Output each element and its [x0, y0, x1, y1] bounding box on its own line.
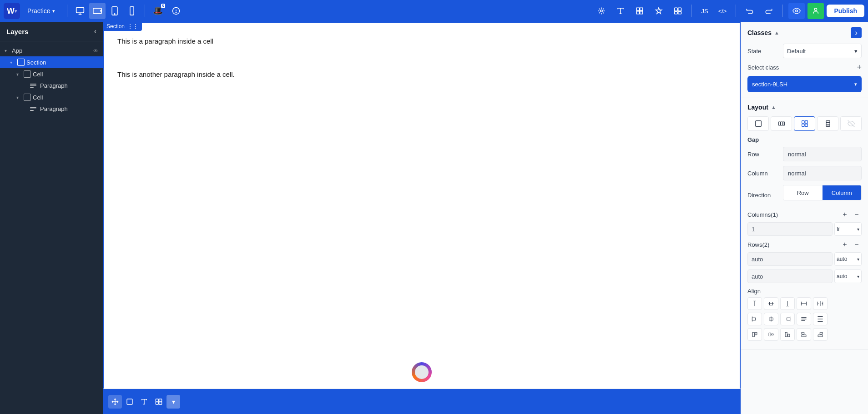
rows-add-btn[interactable]: + [840, 239, 850, 249]
move-tool-btn[interactable] [108, 395, 122, 409]
chevron-down-icon: ▾ [857, 257, 859, 262]
columns-unit-select[interactable]: fr ▾ [834, 222, 862, 236]
svg-rect-70 [785, 332, 787, 337]
rows-controls: + − [840, 239, 862, 249]
auto-align-btn[interactable] [593, 3, 610, 19]
preview-btn[interactable] [788, 3, 805, 19]
component-tool-btn[interactable] [152, 395, 166, 409]
row1-val2-select[interactable]: auto ▾ [834, 252, 862, 266]
js-btn[interactable]: JS [697, 6, 712, 16]
layout-flex-col-btn[interactable] [817, 116, 838, 131]
layer-item-app[interactable]: ▾ App 👁 [0, 45, 103, 56]
select-class-row: Select class + [747, 63, 862, 72]
align-right-btn[interactable] [780, 313, 795, 325]
hat-icon-btn[interactable]: 🎩 5 [150, 3, 166, 19]
device-desktop-btn[interactable] [72, 3, 88, 19]
svg-rect-18 [640, 11, 643, 14]
align-spread-h-btn[interactable] [813, 297, 828, 310]
add-element-btn[interactable] [631, 3, 648, 19]
svg-point-24 [815, 8, 817, 10]
svg-rect-39 [805, 124, 807, 127]
classes-expand-btn[interactable]: › [851, 27, 862, 38]
rows-label: Rows(2) [747, 241, 769, 248]
align-bottom-btn[interactable] [780, 297, 795, 310]
logo-btn[interactable]: W ▾ [4, 3, 20, 19]
align-mid-grid-btn[interactable] [764, 328, 778, 341]
info-icon-btn[interactable] [168, 3, 184, 19]
layout-grid-btn[interactable] [794, 116, 815, 131]
classes-collapse-icon[interactable]: ▲ [774, 30, 779, 35]
layer-item-section[interactable]: ▾ Section [0, 56, 103, 68]
align-justify-btn[interactable] [797, 313, 811, 325]
row1-val1-input[interactable]: auto [747, 252, 833, 266]
direction-column-btn[interactable]: Column [823, 185, 862, 200]
frame-tool-btn[interactable] [123, 395, 136, 409]
device-icons [72, 3, 140, 19]
paragraph-1: This is a paragraph inside a cell [117, 36, 726, 47]
more-tool-btn[interactable]: ▾ [167, 395, 180, 409]
align-bottom-row [747, 328, 862, 341]
align-label: Align [747, 288, 862, 294]
project-name-btn[interactable]: Practice ▾ [24, 5, 59, 16]
svg-rect-30 [156, 402, 158, 404]
redo-btn[interactable] [761, 3, 777, 19]
box-icon [24, 70, 31, 78]
arrow-icon: ▾ [16, 95, 22, 100]
user-avatar-btn[interactable] [807, 3, 824, 19]
layout-hidden-btn[interactable] [840, 116, 862, 131]
align-top-btn[interactable] [747, 297, 762, 310]
row2-val2-select[interactable]: auto ▾ [834, 269, 862, 283]
device-mobile-btn[interactable] [124, 3, 140, 19]
align-right-grid-btn[interactable] [813, 328, 828, 341]
publish-button[interactable]: Publish [827, 5, 864, 17]
gap-row-input[interactable]: normal [783, 147, 862, 161]
device-tablet-landscape-btn[interactable] [89, 3, 106, 19]
align-distribute-h-btn[interactable] [797, 297, 811, 310]
columns-remove-btn[interactable]: − [852, 209, 862, 219]
gap-col-input[interactable]: normal [783, 166, 862, 180]
components-btn[interactable] [670, 3, 686, 19]
direction-row-btn[interactable]: Row [783, 185, 823, 200]
layout-block-btn[interactable] [747, 116, 769, 131]
paint-btn[interactable] [651, 3, 667, 19]
svg-rect-17 [637, 11, 640, 14]
code-btn[interactable]: </> [715, 6, 731, 16]
eye-icon[interactable]: 👁 [93, 48, 98, 54]
undo-btn[interactable] [742, 3, 758, 19]
state-select[interactable]: Default ▾ [783, 44, 862, 58]
row2-value-row: auto auto ▾ [747, 269, 862, 283]
layer-item-cell2[interactable]: ▾ Cell [0, 91, 103, 103]
chevron-down-icon: ▾ [857, 227, 859, 232]
topbar-divider-2 [145, 5, 145, 17]
typography-btn[interactable] [612, 3, 629, 19]
para2-label: Paragraph [40, 105, 68, 112]
align-bottom-grid-btn[interactable] [780, 328, 795, 341]
layer-item-cell1[interactable]: ▾ Cell [0, 68, 103, 80]
align-vcenter-btn[interactable] [764, 297, 778, 310]
text-tool-btn[interactable] [137, 395, 151, 409]
rows-remove-btn[interactable]: − [852, 239, 862, 249]
gap-col-row: Column normal [747, 166, 862, 180]
row2-val1-input[interactable]: auto [747, 269, 833, 283]
gap-col-label: Column [747, 170, 779, 177]
align-hcenter-btn[interactable] [764, 313, 778, 325]
layout-collapse-icon[interactable]: ▲ [771, 105, 776, 110]
layout-flex-row-btn[interactable] [771, 116, 792, 131]
layer-item-para1[interactable]: Paragraph [0, 80, 103, 91]
device-tablet-portrait-btn[interactable] [106, 3, 123, 19]
layer-item-para2[interactable]: Paragraph [0, 103, 103, 115]
gap-subtitle: Gap [747, 136, 862, 143]
columns-value-input[interactable]: 1 [747, 222, 833, 236]
columns-add-btn[interactable]: + [840, 209, 850, 219]
align-left-grid-btn[interactable] [797, 328, 811, 341]
section-floating-label[interactable]: Section ⋮⋮ [103, 22, 142, 31]
class-chip[interactable]: section-9LSH ▾ [747, 76, 862, 92]
rows-header: Rows(2) + − [747, 239, 862, 249]
svg-rect-42 [826, 125, 830, 126]
align-top-grid-btn[interactable] [747, 328, 762, 341]
add-class-btn[interactable]: + [857, 63, 862, 72]
align-spread-v-btn[interactable] [813, 313, 828, 325]
section-move-icon[interactable]: ⋮⋮ [127, 23, 138, 30]
layers-collapse-btn[interactable]: ‹ [94, 27, 96, 35]
align-left-btn[interactable] [747, 313, 762, 325]
